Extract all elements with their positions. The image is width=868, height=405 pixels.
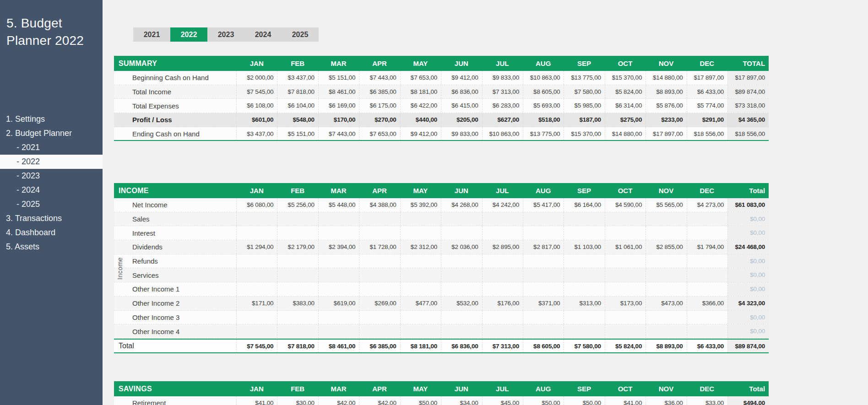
cell[interactable] <box>646 268 686 282</box>
cell[interactable] <box>605 268 646 282</box>
cell[interactable] <box>400 226 441 240</box>
sidebar-item-2022[interactable]: - 2022 <box>0 155 103 169</box>
sidebar-item-2023[interactable]: - 2023 <box>0 169 103 183</box>
cell[interactable] <box>441 226 482 240</box>
sidebar-item-4-dashboard[interactable]: 4. Dashboard <box>0 226 103 240</box>
cell[interactable]: $36,00 <box>646 396 686 405</box>
cell[interactable]: $50,00 <box>523 396 564 405</box>
cell[interactable]: $2 855,00 <box>646 240 686 254</box>
cell[interactable] <box>564 226 604 240</box>
cell[interactable]: $269,00 <box>359 297 400 310</box>
tab-2023[interactable]: 2023 <box>207 27 244 42</box>
cell[interactable]: $1 061,00 <box>605 240 646 254</box>
cell[interactable]: $2 036,00 <box>441 240 482 254</box>
cell[interactable]: $34,00 <box>441 396 482 405</box>
cell[interactable]: $366,00 <box>687 297 727 310</box>
cell[interactable] <box>441 268 482 282</box>
cell[interactable]: $619,00 <box>318 297 359 310</box>
cell[interactable]: $477,00 <box>400 297 441 310</box>
cell[interactable] <box>318 254 359 268</box>
cell[interactable] <box>441 324 482 338</box>
cell[interactable]: $371,00 <box>523 297 564 310</box>
cell[interactable] <box>359 282 400 296</box>
cell[interactable] <box>646 226 686 240</box>
cell[interactable]: $42,00 <box>318 396 359 405</box>
cell[interactable] <box>400 311 441 324</box>
tab-2025[interactable]: 2025 <box>282 27 319 42</box>
cell[interactable] <box>564 282 604 296</box>
cell[interactable] <box>277 324 318 338</box>
cell[interactable]: $313,00 <box>564 297 604 310</box>
cell[interactable] <box>646 311 686 324</box>
cell[interactable] <box>359 324 400 338</box>
cell[interactable] <box>400 324 441 338</box>
cell[interactable] <box>482 268 523 282</box>
cell[interactable]: $5 417,00 <box>523 198 564 212</box>
cell[interactable] <box>523 212 564 226</box>
cell[interactable] <box>236 226 277 240</box>
cell[interactable] <box>646 212 686 226</box>
cell[interactable] <box>605 212 646 226</box>
cell[interactable] <box>318 282 359 296</box>
cell[interactable] <box>277 282 318 296</box>
sidebar-item-1-settings[interactable]: 1. Settings <box>0 112 103 126</box>
cell[interactable]: $4 242,00 <box>482 198 523 212</box>
cell[interactable]: $45,00 <box>482 396 523 405</box>
cell[interactable]: $41,00 <box>236 396 277 405</box>
cell[interactable]: $30,00 <box>277 396 318 405</box>
cell[interactable] <box>523 324 564 338</box>
sidebar-item-3-transactions[interactable]: 3. Transactions <box>0 211 103 226</box>
tab-2022[interactable]: 2022 <box>170 27 207 42</box>
tab-2021[interactable]: 2021 <box>133 27 170 42</box>
tab-2024[interactable]: 2024 <box>244 27 282 42</box>
cell[interactable] <box>236 254 277 268</box>
cell[interactable]: $50,00 <box>564 396 604 405</box>
cell[interactable]: $4 590,00 <box>605 198 646 212</box>
cell[interactable] <box>605 226 646 240</box>
cell[interactable]: $2 817,00 <box>523 240 564 254</box>
sidebar-item-2024[interactable]: - 2024 <box>0 183 103 197</box>
cell[interactable] <box>277 212 318 226</box>
cell[interactable]: $383,00 <box>277 297 318 310</box>
cell[interactable] <box>605 311 646 324</box>
cell[interactable]: $1 103,00 <box>564 240 604 254</box>
cell[interactable] <box>523 254 564 268</box>
cell[interactable] <box>646 324 686 338</box>
sidebar-item-2025[interactable]: - 2025 <box>0 197 103 211</box>
cell[interactable] <box>400 212 441 226</box>
cell[interactable] <box>687 268 727 282</box>
cell[interactable]: $2 179,00 <box>277 240 318 254</box>
cell[interactable]: $1 728,00 <box>359 240 400 254</box>
cell[interactable] <box>482 212 523 226</box>
cell[interactable] <box>564 311 604 324</box>
cell[interactable] <box>400 282 441 296</box>
cell[interactable] <box>482 254 523 268</box>
cell[interactable] <box>318 324 359 338</box>
cell[interactable]: $532,00 <box>441 297 482 310</box>
cell[interactable] <box>359 226 400 240</box>
cell[interactable] <box>359 311 400 324</box>
cell[interactable]: $33,00 <box>687 396 727 405</box>
cell[interactable] <box>564 324 604 338</box>
cell[interactable]: $1 294,00 <box>236 240 277 254</box>
cell[interactable] <box>564 268 604 282</box>
cell[interactable]: $4 388,00 <box>359 198 400 212</box>
cell[interactable]: $5 565,00 <box>646 198 686 212</box>
cell[interactable] <box>482 311 523 324</box>
cell[interactable]: $50,00 <box>400 396 441 405</box>
cell[interactable]: $173,00 <box>605 297 646 310</box>
cell[interactable] <box>605 282 646 296</box>
cell[interactable]: $5 448,00 <box>318 198 359 212</box>
cell[interactable] <box>687 282 727 296</box>
cell[interactable] <box>441 311 482 324</box>
cell[interactable]: $6 080,00 <box>236 198 277 212</box>
cell[interactable] <box>236 268 277 282</box>
cell[interactable] <box>318 311 359 324</box>
cell[interactable] <box>318 268 359 282</box>
cell[interactable] <box>687 212 727 226</box>
cell[interactable] <box>646 282 686 296</box>
cell[interactable]: $2 312,00 <box>400 240 441 254</box>
cell[interactable] <box>400 268 441 282</box>
cell[interactable] <box>277 254 318 268</box>
cell[interactable] <box>523 282 564 296</box>
